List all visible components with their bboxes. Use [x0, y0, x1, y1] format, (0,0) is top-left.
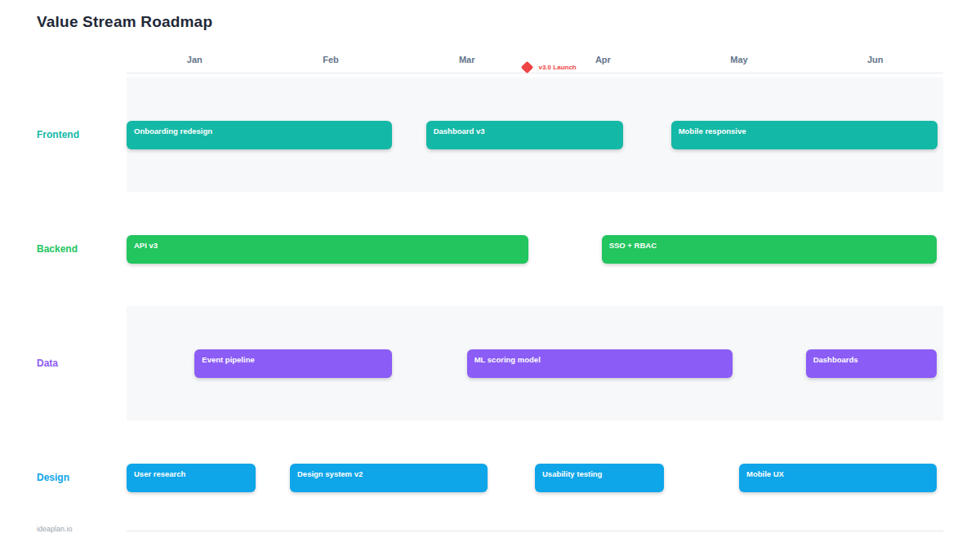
task-bar-label: Mobile responsive — [679, 127, 746, 136]
task-bar[interactable]: User research — [127, 464, 256, 492]
milestone-diamond-icon — [520, 60, 533, 73]
lane-track-frontend: Onboarding redesignDashboard v3Mobile re… — [127, 78, 943, 192]
lane-label-backend: Backend — [0, 192, 127, 306]
brand-watermark: ideaplan.io — [37, 525, 73, 533]
lane-track-backend: API v3SSO + RBAC — [127, 192, 943, 306]
task-bar[interactable]: Mobile responsive — [671, 121, 938, 149]
month-label-feb: Feb — [263, 49, 399, 73]
month-label-jan: Jan — [127, 49, 263, 73]
task-bar-label: User research — [134, 469, 185, 478]
task-bar[interactable]: Mobile UX — [739, 464, 937, 492]
lane-label-design: Design — [0, 420, 127, 535]
footer-divider — [127, 531, 943, 531]
milestone-label: v3.0 Launch — [539, 64, 577, 71]
month-label-jun: Jun — [807, 49, 943, 73]
task-bar[interactable]: Design system v2 — [290, 464, 488, 492]
task-bar-label: ML scoring model — [474, 355, 541, 364]
task-bar-label: Dashboards — [813, 355, 858, 364]
task-bar[interactable]: API v3 — [127, 235, 528, 264]
page-title: Value Stream Roadmap — [37, 13, 212, 31]
month-label-mar: Mar — [399, 49, 535, 73]
lane-track-design: User researchDesign system v2Usability t… — [127, 420, 943, 535]
task-bar-label: Dashboard v3 — [434, 127, 485, 136]
lane-row-data: DataEvent pipelineML scoring modelDashbo… — [0, 306, 943, 420]
task-bar-label: SSO + RBAC — [609, 241, 657, 250]
timeline-header: JanFebMarAprMayJun v3.0 Launch — [127, 49, 943, 73]
lane-label-data: Data — [0, 306, 127, 420]
task-bar-label: Design system v2 — [297, 469, 363, 478]
task-bar[interactable]: SSO + RBAC — [602, 235, 937, 264]
task-bar[interactable]: Dashboard v3 — [426, 121, 624, 149]
task-bar[interactable]: Event pipeline — [194, 349, 392, 378]
task-bar-label: Event pipeline — [202, 355, 254, 364]
lane-track-data: Event pipelineML scoring modelDashboards — [127, 306, 943, 420]
lane-row-frontend: FrontendOnboarding redesignDashboard v3M… — [0, 78, 943, 192]
lane-row-backend: BackendAPI v3SSO + RBAC — [0, 192, 943, 306]
roadmap-lanes: FrontendOnboarding redesignDashboard v3M… — [0, 78, 943, 535]
task-bar[interactable]: Dashboards — [806, 349, 937, 378]
task-bar-label: Mobile UX — [746, 469, 784, 478]
task-bar[interactable]: ML scoring model — [467, 349, 733, 378]
task-bar[interactable]: Usability testing — [535, 464, 664, 492]
task-bar-label: Usability testing — [542, 469, 602, 478]
lane-label-frontend: Frontend — [0, 78, 127, 192]
month-label-may: May — [671, 49, 808, 73]
milestone-marker[interactable]: v3.0 Launch — [523, 61, 577, 73]
task-bar[interactable]: Onboarding redesign — [127, 121, 392, 149]
task-bar-label: Onboarding redesign — [134, 127, 212, 136]
task-bar-label: API v3 — [134, 241, 158, 250]
lane-row-design: DesignUser researchDesign system v2Usabi… — [0, 420, 943, 535]
